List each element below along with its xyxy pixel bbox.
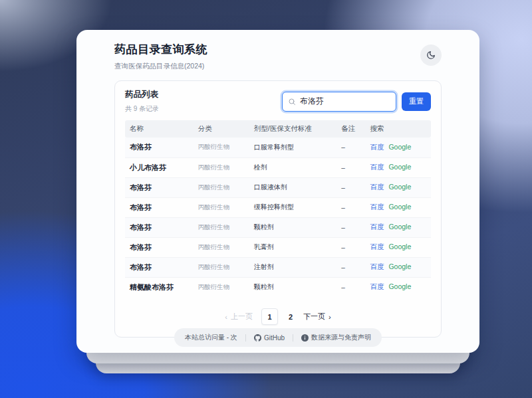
table-row: 布洛芬丙酸衍生物颗粒剂–百度Google: [125, 217, 431, 237]
drug-table: 名称分类剂型/医保支付标准备注搜索 布洛芬丙酸衍生物口服常释剂型–百度Googl…: [125, 120, 431, 297]
table-row: 布洛芬丙酸衍生物缓释控释剂型–百度Google: [125, 197, 431, 217]
table-header-row: 名称分类剂型/医保支付标准备注搜索: [125, 120, 431, 138]
cell-dosage-form: 栓剂: [249, 157, 336, 177]
google-search-link[interactable]: Google: [388, 143, 411, 151]
cell-drug-name: 精氨酸布洛芬: [125, 277, 194, 297]
cell-note: –: [336, 157, 365, 177]
baidu-search-link[interactable]: 百度: [370, 183, 384, 191]
cell-category: 丙酸衍生物: [194, 138, 249, 157]
cell-category: 丙酸衍生物: [194, 177, 249, 197]
column-header-1: 分类: [194, 120, 249, 138]
cell-search-links: 百度Google: [365, 177, 431, 197]
page-title: 药品目录查询系统: [114, 42, 207, 57]
baidu-search-link[interactable]: 百度: [370, 223, 384, 231]
cell-search-links: 百度Google: [365, 277, 431, 297]
baidu-search-link[interactable]: 百度: [370, 203, 384, 211]
cell-note: –: [336, 138, 365, 157]
next-page-button[interactable]: 下一页 ›: [303, 312, 331, 322]
table-row: 精氨酸布洛芬丙酸衍生物颗粒剂–百度Google: [125, 277, 431, 297]
prev-page-button[interactable]: ‹ 上一页: [225, 312, 253, 322]
cell-category: 丙酸衍生物: [194, 217, 249, 237]
cell-category: 丙酸衍生物: [194, 157, 249, 177]
table-body: 布洛芬丙酸衍生物口服常释剂型–百度Google小儿布洛芬丙酸衍生物栓剂–百度Go…: [125, 138, 431, 297]
search-input[interactable]: [300, 97, 386, 106]
cell-search-links: 百度Google: [365, 217, 431, 237]
main-card: 药品目录查询系统 查询医保药品目录信息(2024) 药品列表 共 9 条记录: [76, 30, 479, 353]
baidu-search-link[interactable]: 百度: [370, 262, 384, 270]
footer-divider: [293, 334, 293, 342]
cell-drug-name: 布洛芬: [125, 217, 194, 237]
cell-category: 丙酸衍生物: [194, 237, 249, 257]
drug-list-panel: 药品列表 共 9 条记录 重置: [114, 80, 442, 338]
footer-divider: [245, 334, 246, 342]
card-header: 药品目录查询系统 查询医保药品目录信息(2024): [114, 42, 442, 71]
panel-title: 药品列表: [125, 89, 159, 100]
visit-counter: 本站总访问量 - 次: [185, 333, 237, 342]
table-row: 布洛芬丙酸衍生物口服常释剂型–百度Google: [125, 138, 431, 157]
table-row: 小儿布洛芬丙酸衍生物栓剂–百度Google: [125, 157, 431, 177]
card-footer: 本站总访问量 - 次 GitHub 数据来源与免责声明: [76, 328, 479, 347]
baidu-search-link[interactable]: 百度: [370, 282, 384, 290]
cell-note: –: [336, 217, 365, 237]
cell-drug-name: 布洛芬: [125, 177, 194, 197]
table-row: 布洛芬丙酸衍生物注射剂–百度Google: [125, 257, 431, 277]
panel-header: 药品列表 共 9 条记录 重置: [125, 86, 431, 120]
cell-dosage-form: 颗粒剂: [249, 277, 336, 297]
column-header-2: 剂型/医保支付标准: [249, 120, 336, 138]
google-search-link[interactable]: Google: [388, 282, 411, 290]
cell-drug-name: 布洛芬: [125, 237, 194, 257]
column-header-3: 备注: [336, 120, 365, 138]
cell-note: –: [336, 257, 365, 277]
search-input-wrapper: [282, 92, 396, 112]
cell-search-links: 百度Google: [365, 197, 431, 217]
cell-note: –: [336, 277, 365, 297]
cell-category: 丙酸衍生物: [194, 197, 249, 217]
cell-dosage-form: 注射剂: [249, 257, 336, 277]
cell-search-links: 百度Google: [365, 237, 431, 257]
cell-category: 丙酸衍生物: [194, 277, 249, 297]
cell-dosage-form: 缓释控释剂型: [249, 197, 336, 217]
google-search-link[interactable]: Google: [388, 262, 411, 270]
baidu-search-link[interactable]: 百度: [370, 163, 384, 171]
page-2-button[interactable]: 2: [287, 313, 295, 321]
github-icon: [254, 334, 261, 342]
theme-toggle-button[interactable]: [420, 45, 442, 66]
cell-search-links: 百度Google: [365, 138, 431, 157]
cell-search-links: 百度Google: [365, 157, 431, 177]
column-header-4: 搜索: [365, 120, 431, 138]
table-row: 布洛芬丙酸衍生物乳膏剂–百度Google: [125, 237, 431, 257]
cell-note: –: [336, 237, 365, 257]
cell-note: –: [336, 177, 365, 197]
footer-pill: 本站总访问量 - 次 GitHub 数据来源与免责声明: [174, 328, 382, 347]
baidu-search-link[interactable]: 百度: [370, 243, 384, 250]
baidu-search-link[interactable]: 百度: [370, 143, 384, 151]
google-search-link[interactable]: Google: [388, 163, 411, 171]
search-icon: [288, 98, 296, 106]
google-search-link[interactable]: Google: [388, 203, 411, 211]
info-icon: [301, 334, 309, 342]
google-search-link[interactable]: Google: [388, 183, 411, 191]
page-1-button[interactable]: 1: [261, 308, 278, 325]
google-search-link[interactable]: Google: [388, 223, 411, 231]
background: 药品目录查询系统 查询医保药品目录信息(2024) 药品列表 共 9 条记录: [0, 0, 532, 398]
cell-drug-name: 布洛芬: [125, 257, 194, 277]
cell-note: –: [336, 197, 365, 217]
github-link[interactable]: GitHub: [254, 334, 285, 342]
chevron-right-icon: ›: [329, 313, 331, 321]
cell-drug-name: 布洛芬: [125, 197, 194, 217]
reset-button[interactable]: 重置: [402, 92, 431, 111]
cell-dosage-form: 颗粒剂: [249, 217, 336, 237]
chevron-left-icon: ‹: [225, 313, 227, 321]
cell-search-links: 百度Google: [365, 257, 431, 277]
column-header-0: 名称: [125, 120, 194, 138]
google-search-link[interactable]: Google: [388, 243, 411, 250]
page-subtitle: 查询医保药品目录信息(2024): [114, 62, 207, 71]
cell-dosage-form: 口服常释剂型: [249, 138, 336, 157]
cell-dosage-form: 口服液体剂: [249, 177, 336, 197]
cell-drug-name: 布洛芬: [125, 138, 194, 157]
cell-category: 丙酸衍生物: [194, 257, 249, 277]
cell-drug-name: 小儿布洛芬: [125, 157, 194, 177]
table-row: 布洛芬丙酸衍生物口服液体剂–百度Google: [125, 177, 431, 197]
moon-icon: [426, 50, 436, 60]
disclaimer-link[interactable]: 数据来源与免责声明: [301, 333, 371, 342]
